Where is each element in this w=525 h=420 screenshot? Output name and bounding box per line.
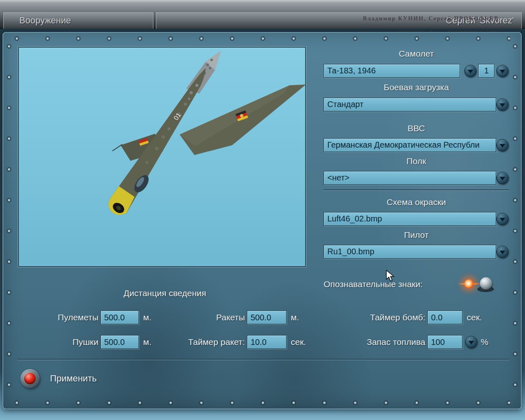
machineguns-unit: м. (143, 312, 151, 323)
main-panel: 01 Самолет Та-183, 1946 1 Боевая загрузк… (2, 32, 522, 409)
cannons-convergence-input[interactable] (100, 335, 139, 349)
chevron-down-icon (500, 103, 505, 107)
cannons-unit: м. (143, 337, 151, 347)
red-button-icon (24, 373, 36, 384)
machineguns-label: Пулеметы (11, 312, 98, 323)
regiment-select-arrow[interactable] (496, 172, 509, 184)
aircraft-image: 01 (19, 48, 306, 267)
rocket-timer-label: Таймер ракет: (157, 337, 245, 347)
markings-label: Опознавательные знаки: (324, 279, 423, 290)
apply-label[interactable]: Применить (50, 373, 97, 384)
markings-toggle[interactable] (458, 274, 497, 294)
machineguns-convergence-input[interactable] (100, 310, 139, 324)
screen: Вооружение Сергей 'Skvorez' Владимир КУН… (0, 0, 525, 420)
aircraft-count-select[interactable]: 1 (478, 64, 495, 78)
paintscheme-select[interactable]: Luft46_02.bmp (324, 212, 496, 226)
aircraft-select-arrow[interactable] (464, 65, 477, 77)
indicator-light-icon (464, 279, 473, 288)
rivet-strip-right (512, 43, 518, 398)
cannons-label: Пушки (11, 337, 98, 347)
chevron-down-icon (468, 341, 474, 345)
convergence-title: Дистанция сведения (72, 288, 258, 299)
aircraft-select[interactable]: Та-183, 1946 (324, 64, 460, 78)
apply-button[interactable] (21, 369, 39, 388)
loadout-select-arrow[interactable] (496, 98, 509, 111)
divider (17, 359, 509, 360)
pilot-label: Пилот (324, 230, 509, 240)
rockets-unit: м. (291, 312, 299, 323)
chevron-down-icon (500, 144, 505, 148)
bomb-timer-input[interactable] (427, 310, 463, 324)
top-bar: Вооружение Сергей 'Skvorez' (0, 0, 525, 29)
fuel-label: Запас топлива (321, 337, 425, 347)
fuel-stepper-arrow[interactable] (465, 336, 477, 348)
paintscheme-select-arrow[interactable] (496, 213, 509, 225)
paintscheme-label: Схема окраски (324, 197, 509, 208)
aircraft-label: Самолет (324, 48, 509, 59)
tab-armament[interactable]: Вооружение (3, 12, 153, 29)
regiment-label: Полк (324, 156, 509, 167)
airforce-select-arrow[interactable] (496, 139, 509, 151)
pilot-select-arrow[interactable] (496, 246, 509, 258)
loadout-label: Боевая загрузка (324, 82, 509, 93)
airforce-select[interactable]: Германская Демократическая Республи (324, 138, 496, 152)
aircraft-preview: 01 (18, 47, 306, 267)
chevron-down-icon (500, 177, 505, 180)
rivet-strip-bottom (14, 400, 510, 406)
loadout-select[interactable]: Стандарт (324, 98, 496, 112)
tab-armament-label: Вооружение (19, 15, 71, 25)
rockets-label: Ракеты (157, 312, 245, 323)
divider (324, 189, 509, 191)
rivet-strip-top (14, 36, 510, 41)
background-credits: Владимир КУНИН, Сергей ПРОКОФЬЕВ (363, 16, 499, 22)
chevron-down-icon (468, 70, 473, 73)
rivet-strip-left (6, 43, 12, 398)
rocket-timer-unit: сек. (291, 337, 306, 347)
chevron-down-icon (500, 251, 505, 254)
mouse-cursor (386, 270, 395, 282)
chevron-down-icon (500, 218, 505, 221)
chevron-down-icon (500, 70, 505, 73)
rocket-timer-input[interactable] (247, 335, 287, 349)
bomb-timer-unit: сек. (467, 312, 482, 323)
toggle-knob-icon (480, 277, 492, 290)
fuel-input[interactable] (427, 335, 463, 349)
bomb-timer-label: Таймер бомб: (321, 312, 425, 323)
regiment-select[interactable]: <нет> (324, 171, 496, 185)
airforce-label: ВВС (324, 123, 509, 134)
aircraft-count-arrow[interactable] (496, 65, 509, 77)
fuel-unit: % (481, 337, 488, 347)
pilot-select[interactable]: Ru1_00.bmp (324, 245, 496, 259)
rockets-convergence-input[interactable] (247, 310, 287, 324)
